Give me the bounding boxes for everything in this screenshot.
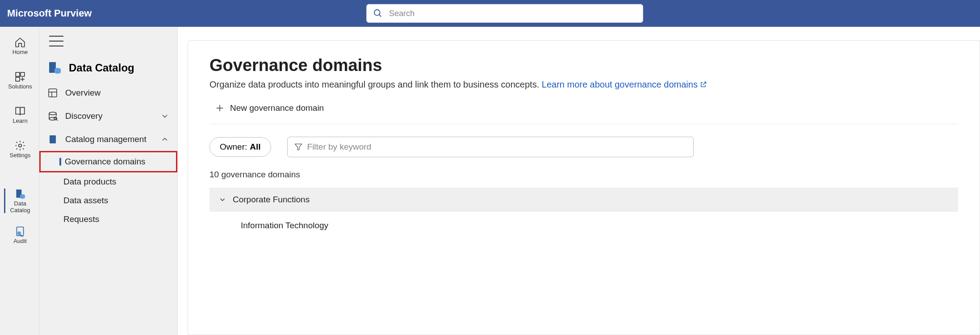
keyword-filter-input[interactable] [307,142,687,152]
svg-line-14 [21,235,22,237]
filter-row: Owner: All [209,124,958,157]
secondary-nav: Data Catalog Overview Discovery Catalog … [39,27,178,335]
owner-label: Owner: [220,142,247,152]
svg-line-1 [379,15,381,17]
new-governance-domain-button[interactable]: New governance domain [209,100,329,117]
owner-filter-pill[interactable]: Owner: All [209,137,271,157]
overview-icon [47,88,58,98]
section-data-catalog[interactable]: Data Catalog [39,54,177,81]
data-catalog-icon [14,188,26,200]
filter-icon [294,142,303,151]
svg-point-11 [20,197,25,199]
chevron-down-icon [160,112,169,121]
svg-rect-2 [16,73,20,77]
nav-overview-label: Overview [65,88,169,98]
discovery-icon [47,111,58,121]
svg-point-13 [17,231,21,235]
chevron-up-icon [160,135,169,144]
subnav-data-assets[interactable]: Data assets [39,191,177,210]
left-rail: Home Solutions Learn Settings Data Catal… [0,27,39,335]
domain-child-item[interactable]: Information Technology [209,212,958,235]
app-title: Microsoft Purview [7,8,92,19]
rail-data-catalog[interactable]: Data Catalog [4,188,35,213]
svg-point-7 [19,144,22,147]
subnav-requests[interactable]: Requests [39,210,177,229]
rail-audit-label: Audit [13,238,27,244]
subnav-data-products[interactable]: Data products [39,172,177,191]
svg-rect-26 [50,135,56,143]
rail-learn-label: Learn [13,118,27,124]
svg-rect-19 [49,89,57,97]
data-catalog-big-icon [47,61,62,75]
svg-marker-29 [295,144,302,150]
svg-point-18 [54,71,61,74]
subnav-data-assets-label: Data assets [63,196,108,205]
page-description: Organize data products into meaningful g… [209,80,958,90]
plus-icon [215,103,225,113]
nav-catalog-mgmt-label: Catalog management [65,134,153,144]
domain-group-label: Corporate Functions [233,195,310,205]
external-link-icon [700,81,707,88]
rail-settings[interactable]: Settings [4,137,35,162]
search-input[interactable] [389,9,637,18]
keyword-filter-box[interactable] [287,137,694,157]
new-domain-label: New governance domain [230,103,324,113]
subnav-governance-domains-label: Governance domains [65,157,146,167]
solutions-icon [14,71,26,83]
nav-catalog-management[interactable]: Catalog management [39,128,177,151]
svg-line-25 [57,120,58,121]
rail-home-label: Home [13,49,28,55]
catalog-mgmt-icon [47,134,58,145]
domain-group-header[interactable]: Corporate Functions [209,188,958,212]
learn-icon [14,105,26,117]
section-title: Data Catalog [69,62,134,74]
subnav-governance-domains[interactable]: Governance domains [39,151,177,172]
rail-solutions[interactable]: Solutions [4,68,35,93]
domain-count: 10 governance domains [209,170,958,180]
subnav-requests-label: Requests [63,214,99,224]
chevron-down-icon [218,196,226,204]
learn-more-link[interactable]: Learn more about governance domains [542,80,708,89]
svg-rect-3 [21,73,25,77]
nav-discovery-label: Discovery [65,111,153,121]
hamburger-menu-icon[interactable] [49,36,63,46]
audit-icon [14,226,26,237]
rail-audit[interactable]: Audit [4,223,35,247]
rail-settings-label: Settings [10,152,31,159]
nav-overview[interactable]: Overview [39,81,177,105]
home-icon [14,37,26,48]
rail-home[interactable]: Home [4,34,35,59]
subnav-data-products-label: Data products [63,177,116,187]
rail-solutions-label: Solutions [8,84,32,90]
search-icon [373,8,383,18]
svg-rect-4 [16,77,20,81]
main-content: Governance domains Organize data product… [188,40,980,335]
rail-data-catalog-label: Data Catalog [5,201,35,214]
page-desc-text: Organize data products into meaningful g… [209,80,542,89]
top-header: Microsoft Purview [0,0,980,27]
owner-value: All [250,142,260,152]
search-box[interactable] [366,4,643,23]
svg-point-0 [374,10,380,16]
rail-learn[interactable]: Learn [4,103,35,127]
svg-point-22 [49,112,56,115]
settings-icon [14,140,26,151]
nav-discovery[interactable]: Discovery [39,105,177,128]
page-title: Governance domains [209,56,958,75]
